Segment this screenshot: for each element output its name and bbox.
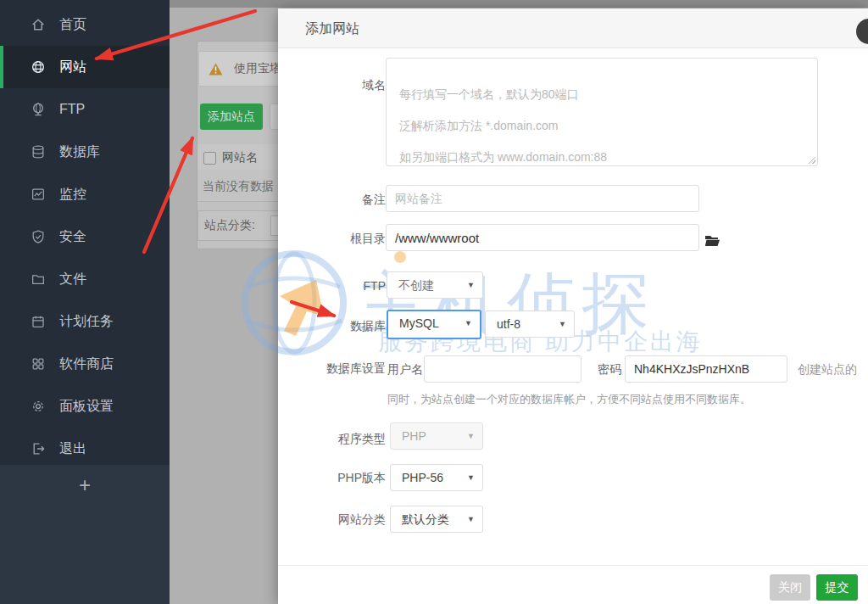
site-name-header: 网站名	[222, 150, 258, 165]
chevron-down-icon: ▼	[467, 423, 475, 449]
folder-icon	[31, 271, 46, 287]
sidebar-item-label: 计划任务	[59, 313, 114, 331]
chevron-down-icon: ▼	[467, 506, 475, 532]
site-category-label: 站点分类:	[204, 218, 255, 233]
sidebar-add-button[interactable]: +	[0, 473, 170, 497]
modal-title: 添加网站	[305, 20, 359, 38]
ftp-globe-icon	[31, 102, 46, 117]
php-version-select[interactable]: PHP-56 ▼	[390, 464, 483, 491]
sidebar-menu: 首页 网站 FTP 数据库 监控	[0, 0, 170, 465]
sidebar-item-logout[interactable]: 退出	[0, 428, 170, 470]
password-input[interactable]	[625, 355, 787, 383]
resize-handle-icon[interactable]	[807, 155, 815, 164]
sidebar-item-label: 文件	[59, 271, 86, 288]
root-input[interactable]	[386, 224, 699, 251]
sidebar-item-security[interactable]: 安全	[0, 215, 170, 258]
php-version-label: PHP版本	[288, 471, 386, 486]
page-top-strip	[170, 0, 868, 8]
site-category-label: 网站分类	[288, 512, 386, 528]
chevron-down-icon: ▼	[465, 311, 472, 336]
sidebar-item-label: 安全	[59, 228, 86, 246]
ftp-label: FTP	[288, 279, 386, 293]
sidebar-item-label: 网站	[59, 59, 86, 76]
sidebar-item-home[interactable]: 首页	[0, 3, 170, 46]
monitor-icon	[31, 187, 46, 202]
warning-banner: 使用宝塔	[198, 51, 283, 87]
domain-placeholder-line: 每行填写一个域名，默认为80端口	[399, 79, 804, 110]
select-all-checkbox[interactable]	[203, 152, 216, 165]
database-icon	[31, 144, 46, 159]
modal-footer: 关闭 提交	[278, 565, 868, 604]
close-button[interactable]: 关闭	[770, 574, 810, 601]
warning-icon	[209, 63, 223, 76]
db-helper-text: 同时，为站点创建一个对应的数据库帐户，方便不同站点使用不同数据库。	[387, 392, 862, 407]
chevron-down-icon: ▼	[559, 311, 566, 337]
database-label: 数据库	[288, 319, 386, 334]
sidebar-item-cron[interactable]: 计划任务	[0, 300, 170, 343]
shield-icon	[31, 229, 46, 244]
sidebar-item-files[interactable]: 文件	[0, 258, 170, 300]
sidebar-item-label: 数据库	[59, 143, 100, 161]
sidebar-item-label: FTP	[59, 102, 85, 117]
add-site-button[interactable]: 添加站点	[200, 103, 263, 130]
logout-icon	[31, 441, 46, 456]
calendar-icon	[31, 314, 46, 329]
domain-placeholder-line: 泛解析添加方法 *.domain.com	[399, 110, 804, 142]
globe-icon	[31, 59, 46, 75]
sidebar-item-appstore[interactable]: 软件商店	[0, 343, 170, 385]
grid-icon	[31, 356, 46, 372]
database-charset-select[interactable]: utf-8 ▼	[485, 310, 575, 338]
username-input[interactable]	[424, 355, 581, 383]
db-settings-label: 数据库设置	[288, 361, 386, 377]
empty-table-row: 当前没有数据	[198, 170, 289, 202]
db-side-note: 创建站点的	[798, 362, 857, 378]
modal-header: 添加网站	[278, 8, 868, 48]
sidebar-item-website[interactable]: 网站	[0, 46, 170, 88]
sidebar-item-label: 监控	[59, 186, 86, 204]
warning-text: 使用宝塔	[234, 61, 281, 76]
database-engine-select[interactable]: MySQL ▼	[387, 310, 481, 339]
note-label: 备注	[288, 193, 386, 208]
program-type-label: 程序类型	[288, 432, 386, 447]
folder-picker-icon[interactable]	[704, 234, 721, 250]
gear-icon	[31, 399, 46, 414]
chevron-down-icon: ▼	[467, 272, 475, 298]
sidebar-item-label: 面板设置	[59, 398, 114, 416]
sidebar: 首页 网站 FTP 数据库 监控	[0, 0, 170, 604]
sidebar-item-monitor[interactable]: 监控	[0, 173, 170, 215]
site-category-select[interactable]: 默认分类 ▼	[390, 506, 483, 533]
root-label: 根目录	[288, 232, 386, 247]
home-icon	[31, 17, 46, 32]
password-label: 密码	[598, 362, 621, 378]
submit-button[interactable]: 提交	[816, 574, 858, 601]
domain-textarea[interactable]: 每行填写一个域名，默认为80端口 泛解析添加方法 *.domain.com 如另…	[386, 58, 818, 166]
username-label: 用户名	[387, 362, 423, 378]
note-input[interactable]	[386, 185, 699, 212]
chevron-down-icon: ▼	[467, 465, 475, 490]
add-website-modal: 主机侦探 服务跨境电商 助力中企出海 添加网站 域名 每行填写一个域名，默认为8…	[278, 8, 868, 604]
ftp-select[interactable]: 不创建 ▼	[387, 271, 483, 299]
sidebar-item-ftp[interactable]: FTP	[0, 88, 170, 131]
program-type-select: PHP ▼	[390, 422, 483, 450]
domain-placeholder-line: 如另加端口格式为 www.domain.com:88	[399, 142, 804, 173]
domain-label: 域名	[288, 78, 386, 93]
sidebar-item-label: 软件商店	[59, 355, 114, 373]
sidebar-item-settings[interactable]: 面板设置	[0, 385, 170, 428]
sidebar-item-label: 退出	[59, 440, 86, 458]
sidebar-item-database[interactable]: 数据库	[0, 131, 170, 173]
sidebar-item-label: 首页	[59, 16, 86, 34]
